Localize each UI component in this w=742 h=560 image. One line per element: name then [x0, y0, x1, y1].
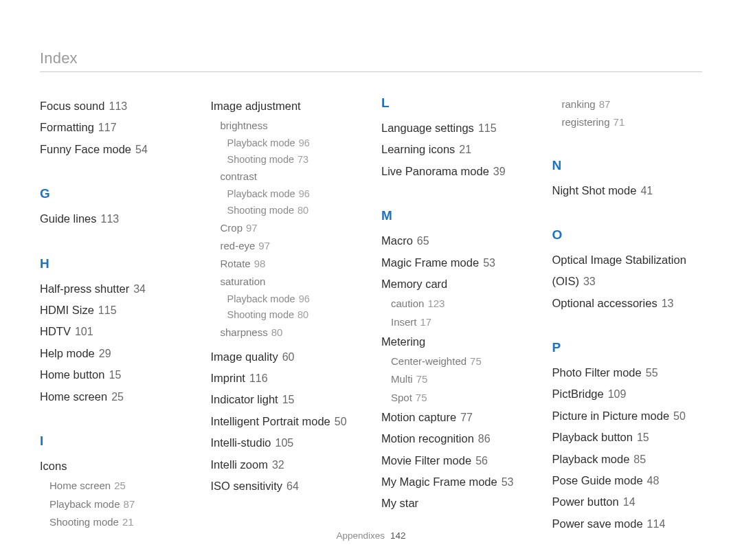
index-column-1: Focus sound113 Formatting117 Funny Face …	[40, 96, 190, 535]
index-subentry: caution123	[391, 295, 532, 313]
index-subsubentry: Shooting mode80	[227, 203, 361, 219]
index-subentry: Center-weighted75	[391, 352, 532, 370]
index-entry: Focus sound113	[40, 96, 190, 117]
index-subentry: Crop97	[221, 219, 361, 237]
index-entry: Picture in Picture mode50	[552, 405, 703, 427]
index-entry: Indicator light15	[211, 389, 361, 410]
index-entry: Night Shot mode41	[552, 180, 703, 201]
index-entry: Funny Face mode54	[40, 139, 190, 160]
index-entry: Icons	[40, 456, 190, 477]
index-letter-i: I	[40, 434, 190, 449]
index-letter-p: P	[552, 340, 703, 355]
index-subsubentry: Playback mode96	[227, 186, 361, 203]
index-entry: Live Panorama mode39	[381, 161, 532, 182]
index-entry: Guide lines113	[40, 208, 190, 229]
index-entry: Formatting117	[40, 117, 190, 138]
index-entry: HDTV101	[40, 321, 190, 342]
index-entry: Macro65	[381, 230, 532, 251]
index-entry: Language settings115	[381, 117, 532, 139]
index-subentry: ranking87	[562, 96, 703, 113]
index-entry: Power button14	[552, 491, 703, 513]
index-subentry: red-eye97	[221, 237, 361, 255]
index-entry: Intelli-studio105	[211, 432, 361, 453]
index-entry: Learning icons21	[381, 139, 532, 160]
index-entry: Home screen25	[40, 386, 190, 407]
index-entry: Movie Filter mode56	[381, 450, 532, 471]
index-entry: My Magic Frame mode53	[381, 471, 532, 493]
index-entry: PictBridge109	[552, 383, 703, 405]
index-entry: Playback button15	[552, 427, 703, 448]
index-subentry: registering71	[562, 113, 703, 131]
index-subentry: contrast	[221, 168, 361, 186]
index-letter-g: G	[40, 186, 190, 201]
index-letter-o: O	[552, 227, 703, 243]
index-entry: Intelli zoom32	[211, 454, 361, 475]
index-entry: HDMI Size115	[40, 300, 190, 321]
index-page: Index Focus sound113 Formatting117 Funny…	[0, 0, 742, 560]
index-entry: Optical Image Stabilization (OIS)33	[552, 249, 703, 293]
index-entry: Magic Frame mode53	[381, 252, 532, 273]
page-footer: Appendixes 142	[0, 530, 742, 541]
index-entry: ISO sensitivity64	[211, 475, 361, 497]
index-columns: Focus sound113 Formatting117 Funny Face …	[40, 96, 702, 535]
index-subentry: saturation	[221, 273, 361, 291]
index-column-2: Image adjustment brightness Playback mod…	[211, 96, 361, 535]
index-letter-l: L	[381, 96, 532, 111]
index-entry: Home button15	[40, 364, 190, 385]
index-entry: Optional accessories13	[552, 293, 703, 314]
index-subentry: sharpness80	[221, 324, 361, 341]
index-entry: Motion capture77	[381, 407, 532, 428]
index-subentry: Multi75	[391, 370, 532, 388]
index-entry: Playback mode85	[552, 449, 703, 470]
index-entry: Motion recognition86	[381, 428, 532, 449]
index-entry: Image adjustment	[211, 96, 361, 117]
index-subentry: Rotate98	[221, 255, 361, 273]
index-entry: Half-press shutter34	[40, 278, 190, 300]
index-subentry: Home screen25	[49, 477, 190, 495]
index-subentry: Insert17	[391, 313, 532, 331]
index-letter-n: N	[552, 158, 703, 173]
page-title: Index	[40, 49, 702, 72]
index-column-4: ranking87 registering71 N Night Shot mod…	[552, 96, 703, 535]
index-subsubentry: Shooting mode80	[227, 307, 361, 324]
index-subsubentry: Playback mode96	[227, 135, 361, 152]
index-entry: Metering	[381, 331, 532, 352]
index-subsubentry: Playback mode96	[227, 291, 361, 308]
footer-page-number: 142	[390, 530, 406, 541]
index-subentry: Playback mode87	[49, 495, 190, 513]
index-entry: Memory card	[381, 273, 532, 295]
index-entry: Image quality60	[211, 346, 361, 368]
index-subentry: Shooting mode21	[49, 513, 190, 531]
index-subsubentry: Shooting mode73	[227, 152, 361, 168]
footer-label: Appendixes	[337, 530, 385, 541]
index-subentry: brightness	[221, 117, 361, 135]
index-entry: Intelligent Portrait mode50	[211, 411, 361, 432]
index-subentry: Spot75	[391, 389, 532, 407]
index-entry: Imprint116	[211, 368, 361, 389]
index-letter-m: M	[381, 208, 532, 223]
index-entry: Photo Filter mode55	[552, 362, 703, 383]
index-entry: My star	[381, 493, 532, 514]
index-entry: Help mode29	[40, 343, 190, 364]
index-letter-h: H	[40, 256, 190, 271]
index-column-3: L Language settings115 Learning icons21 …	[381, 96, 532, 535]
index-entry: Pose Guide mode48	[552, 470, 703, 491]
